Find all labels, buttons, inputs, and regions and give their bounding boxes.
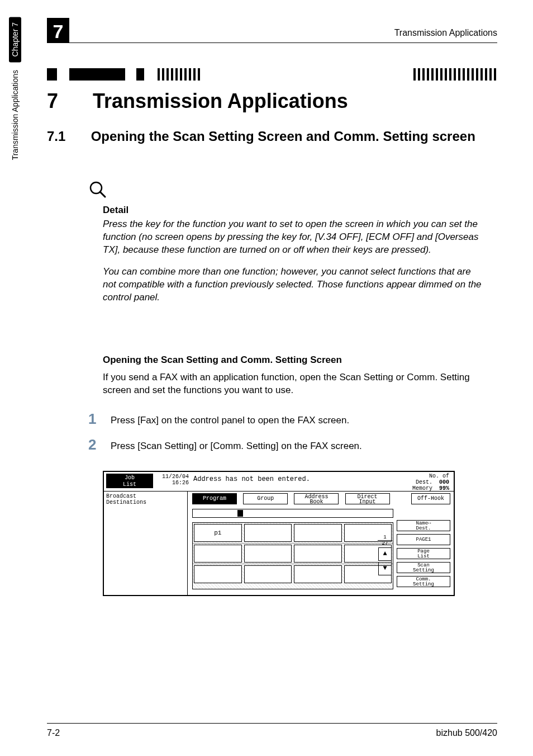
detail-block: Detail Press the key for the function yo… <box>103 205 483 313</box>
direct-input-tab[interactable]: Direct Input <box>345 493 390 504</box>
step-1-text: Press [Fax] on the control panel to open… <box>111 412 349 426</box>
step-2-number: 2 <box>88 437 111 452</box>
grid-cell-p1[interactable]: p1 <box>194 524 242 542</box>
lcd-tab-row: Program Group Address Book Direct Input <box>192 493 392 504</box>
detail-paragraph-1: Press the key for the function you want … <box>103 218 483 257</box>
group-tab[interactable]: Group <box>243 493 288 504</box>
heading-1: 7 Transmission Applications <box>47 89 497 113</box>
footer-page-number: 7-2 <box>47 728 60 738</box>
grid-cell-empty[interactable] <box>244 524 292 542</box>
lcd-status-right: No. of Dest. 000 Memory 99% <box>412 473 449 492</box>
step-1-number: 1 <box>88 412 111 426</box>
footer-model: bizhub 500/420 <box>436 728 497 738</box>
lcd-time: 16:26 <box>155 480 189 486</box>
address-book-tab[interactable]: Address Book <box>294 493 339 504</box>
lcd-memory-label: Memory <box>412 485 432 492</box>
grid-cell-empty[interactable] <box>194 565 242 583</box>
step-1: 1 Press [Fax] on the control panel to op… <box>88 412 483 426</box>
grid-cell-empty[interactable] <box>294 524 342 542</box>
comm-setting-button[interactable]: Comm. Setting <box>397 576 450 587</box>
detail-heading: Detail <box>103 205 483 216</box>
step-list: 1 Press [Fax] on the control panel to op… <box>88 412 483 463</box>
heading-2-text: Opening the Scan Setting Screen and Comm… <box>91 127 497 145</box>
page-up-button[interactable]: ▲ <box>378 547 392 561</box>
grid-cell-empty[interactable] <box>294 565 342 583</box>
fax-lcd-screenshot: Job List 11/26/04 16:26 Address has not … <box>103 471 455 596</box>
svg-line-1 <box>100 192 105 197</box>
lcd-pager: 1 27 ▲ ▼ <box>378 535 392 577</box>
detail-paragraph-2: You can combine more than one function; … <box>103 266 483 304</box>
grid-cell-empty[interactable] <box>294 545 342 563</box>
step-2: 2 Press [Scan Setting] or [Comm. Setting… <box>88 437 483 452</box>
chapter-number: 7 <box>53 20 64 42</box>
lcd-date: 11/26/04 <box>155 474 189 480</box>
step-2-text: Press [Scan Setting] or [Comm. Setting] … <box>111 437 362 452</box>
decorative-bars <box>47 66 497 83</box>
off-hook-button[interactable]: Off-Hook <box>411 493 450 504</box>
lcd-status-text: Address has not been entered. <box>193 475 310 483</box>
side-tab-section: Transmission Applications <box>11 70 20 160</box>
heading-2-number: 7.1 <box>47 127 87 145</box>
lcd-destinations-label: Destinations <box>106 499 146 505</box>
lcd-left-panel: Broadcast Destinations <box>104 491 188 595</box>
job-list-button[interactable]: Job List <box>106 474 153 488</box>
pager-current: 1 <box>378 535 392 541</box>
grid-cell-empty[interactable] <box>244 565 292 583</box>
footer-rule <box>47 723 497 724</box>
lcd-right-buttons: Name↔ Dest. PAGE1 Page List Scan Setting… <box>397 520 450 590</box>
lcd-cursor <box>237 510 243 517</box>
grid-cell-empty[interactable] <box>244 545 292 563</box>
lcd-search-bar[interactable] <box>192 509 393 518</box>
page-list-button[interactable]: Page List <box>397 548 450 559</box>
page1-button[interactable]: PAGE1 <box>397 534 450 545</box>
lcd-memory-value: 99% <box>439 485 449 492</box>
header-rule <box>47 42 497 43</box>
lcd-destination-grid: p1 <box>192 522 393 589</box>
lcd-broadcast-label: Broadcast <box>106 493 146 499</box>
grid-cell-empty[interactable] <box>194 545 242 563</box>
heading-3: Opening the Scan Setting and Comm. Setti… <box>103 355 483 366</box>
lcd-noof-value: 000 <box>439 479 449 485</box>
heading-1-text: Transmission Applications <box>93 89 348 112</box>
lcd-left-labels: Broadcast Destinations <box>106 493 146 505</box>
scan-setting-button[interactable]: Scan Setting <box>397 562 450 573</box>
lcd-datetime: 11/26/04 16:26 <box>155 474 189 486</box>
program-tab[interactable]: Program <box>192 493 237 504</box>
magnifier-icon <box>88 180 107 201</box>
pager-total: 27 <box>378 541 392 546</box>
chapter-number-box: 7 <box>47 18 69 42</box>
heading-1-number: 7 <box>47 89 87 113</box>
body-paragraph: If you send a FAX with an application fu… <box>103 371 483 397</box>
side-tab: Chapter 7 Transmission Applications <box>6 17 25 252</box>
lcd-topbar: Job List 11/26/04 16:26 Address has not … <box>104 472 454 492</box>
heading-2: 7.1 Opening the Scan Setting Screen and … <box>47 127 497 145</box>
side-tab-chapter: Chapter 7 <box>9 17 21 62</box>
name-dest-button[interactable]: Name↔ Dest. <box>397 520 450 531</box>
running-header: Transmission Applications <box>394 28 497 38</box>
page-down-button[interactable]: ▼ <box>378 562 392 575</box>
